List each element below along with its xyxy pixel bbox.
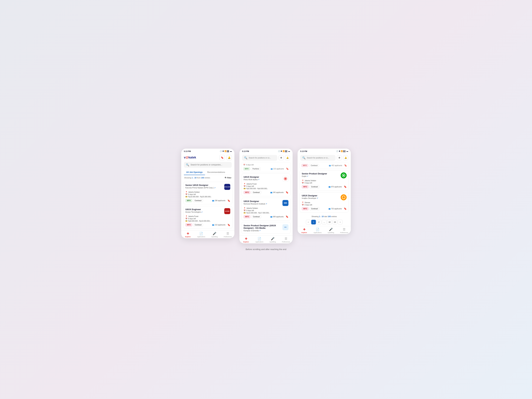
bottom-nav-2: ✚ Explore 📄 Applications 🎤 Upskilling ☰ …: [239, 235, 293, 243]
showing-bottom-s3: Showing 1 - 10 dari 193 entries: [300, 214, 349, 218]
upskilling-icon-3: 🎤: [329, 228, 333, 231]
job-card-s2-2[interactable]: UI/UX Designer Nomura Research Institute…: [241, 198, 291, 221]
nav-preferences-1[interactable]: ☰ Preferences: [221, 232, 234, 238]
tab-all-jobs[interactable]: All Job Openings: [184, 170, 205, 175]
tab-recommendations[interactable]: Recommendations: [205, 170, 228, 175]
job-title-s3-1: Senior Product Designer: [302, 172, 327, 175]
svg-point-2: [285, 178, 286, 179]
showing-text-1: Showing 1 - 10 from 193 entries: [184, 177, 210, 179]
company-logo-1: KPNCORP: [224, 184, 230, 190]
nav-applications-1[interactable]: 📄 Applications: [195, 232, 208, 238]
tag-contract-2: Contract: [193, 223, 203, 226]
search-input-1[interactable]: [190, 164, 230, 166]
applications-label-3: Applications: [314, 232, 322, 234]
phone-screen-1: 5:13 PM 🕐 ✱ 📶 ▌▌ ▬ v@katek 🔖 🔔: [181, 149, 234, 238]
bluetooth-icon: ✱: [222, 150, 224, 152]
alarm-icon-2: 🕐: [278, 150, 280, 152]
job-tags-s2-1: WFO Contract 👥345 applicants 🔖: [244, 191, 288, 194]
bookmark-s3-1[interactable]: 🔖: [344, 185, 347, 188]
prev-page-btn[interactable]: ‹: [306, 220, 310, 224]
job-card-2[interactable]: UI/UX Engineer Avows Tecnologies ✔ AVOWS…: [183, 206, 232, 228]
page-1-btn[interactable]: 1: [311, 220, 316, 224]
search-input-3[interactable]: [307, 157, 334, 159]
job-card-s3-2[interactable]: UI/UX Designer Imajiku Developer ✔: [300, 192, 349, 212]
explore-label-3: Explore: [301, 232, 307, 234]
company-logo-2: AVOWS: [224, 208, 230, 214]
tag-contract-1: Contract: [193, 199, 203, 202]
bookmark-job-1[interactable]: 🔖: [228, 199, 230, 202]
filter-button-1[interactable]: ⚙ Filter: [225, 177, 231, 179]
partial-card-top: 📅6 days left WFH Parttime 👥215 applicant…: [241, 162, 291, 172]
search-bar-3[interactable]: 🔍: [300, 155, 336, 161]
company-logo-s2-1: [282, 176, 288, 182]
phone-screen-3: 5:13 PM 🕐 ✱ 📶 ▌▌ ▬ 🔍 ⚙ 🔔: [298, 149, 351, 234]
next-page-btn[interactable]: ›: [338, 220, 342, 224]
nav-upskilling-1[interactable]: 🎤 Upskilling: [208, 232, 221, 238]
alarm-icon: 🕐: [220, 150, 222, 152]
job-title-1: Senior UI/UX Designer: [185, 184, 216, 186]
filter-btn-3[interactable]: ⚙: [337, 155, 342, 160]
battery-icon-2: ▬: [288, 150, 290, 152]
nav-explore-1[interactable]: ✚ Explore: [181, 232, 195, 238]
notification-btn-1[interactable]: 🔔: [226, 155, 232, 160]
nav-upskilling-3[interactable]: 🎤 Upskilling: [324, 228, 337, 234]
notification-btn-3[interactable]: 🔔: [343, 155, 348, 160]
bottom-nav-3: ✚ Explore 📄 Applications 🎤 Upskilling ☰ …: [298, 226, 351, 234]
company-logo-s2-2: NRI: [282, 200, 288, 206]
bookmark-s3-2[interactable]: 🔖: [344, 207, 347, 210]
page-2-btn[interactable]: 2: [317, 220, 321, 224]
company-s2-1: Reka Multi Aptika ✔: [244, 178, 260, 181]
signal-icon-3: ▌▌: [343, 150, 346, 152]
applications-icon-3: 📄: [316, 228, 319, 231]
applications-label-2: Applications: [255, 241, 264, 243]
time-3: 5:13 PM: [300, 150, 307, 152]
explore-label-2: Explore: [243, 241, 249, 243]
bookmark-job-2[interactable]: 🔖: [228, 224, 230, 226]
battery-icon: ▬: [230, 150, 232, 152]
nav-upskilling-2[interactable]: 🎤 Upskilling: [266, 237, 279, 243]
nav-preferences-3[interactable]: ☰ Preferences: [337, 228, 351, 234]
preferences-icon-1: ☰: [226, 232, 229, 235]
bookmark-btn-1[interactable]: 🔖: [219, 155, 225, 160]
nav-preferences-2[interactable]: ☰ Preferences: [279, 237, 293, 243]
app-logo-1: v@katek: [184, 156, 196, 159]
company-s3-1: Gojek ✔: [302, 175, 327, 177]
bookmark-s3-partial[interactable]: 🔖: [344, 164, 347, 167]
search-icon-2: 🔍: [244, 156, 247, 159]
job-tags-2: WFO Contract 👥210 applicants 🔖: [185, 223, 230, 226]
svg-point-4: [343, 175, 344, 176]
preferences-label-3: Preferences: [340, 232, 348, 234]
company-logo-s3-1: [341, 172, 347, 178]
nav-explore-3[interactable]: ✚ Explore: [298, 228, 311, 234]
battery-icon-3: ▬: [347, 150, 348, 152]
upskilling-label-1: Upskilling: [211, 236, 218, 238]
tabs-1: All Job Openings Recommendations: [184, 170, 232, 175]
page-18-btn[interactable]: 18: [327, 220, 332, 224]
job-title-s2-3: Senior Product Designer (UI/UX Designer)…: [244, 224, 282, 229]
bluetooth-icon-2: ✱: [281, 150, 282, 152]
explore-icon-3: ✚: [303, 228, 306, 231]
page-19-btn[interactable]: 19: [332, 220, 337, 224]
notification-btn-2[interactable]: 🔔: [285, 155, 290, 160]
caption: Before scrolling and after reaching the …: [246, 248, 286, 251]
search-input-2[interactable]: [249, 157, 275, 159]
job-card-s3-1[interactable]: Senior Product Designer Gojek ✔: [300, 170, 349, 190]
filter-btn-2[interactable]: ⚙: [279, 155, 284, 160]
job-card-s2-3[interactable]: Senior Product Designer (UI/UX Designer)…: [241, 222, 291, 234]
status-bar-2: 5:13 PM 🕐 ✱ 📶 ▌▌ ▬: [239, 149, 293, 153]
company-s2-3: Kompas Gramedia ✔: [244, 230, 282, 232]
status-bar-1: 5:13 PM 🕐 ✱ 📶 ▌▌ ▬: [181, 149, 234, 153]
job-card-s2-1[interactable]: UI/UX Designer Reka Multi Aptika ✔: [241, 174, 291, 196]
search-icon-3: 🔍: [302, 156, 306, 159]
nav-explore-2[interactable]: ✚ Explore: [239, 237, 253, 243]
nav-applications-2[interactable]: 📄 Applications: [253, 237, 266, 243]
bookmark-s2-2[interactable]: 🔖: [286, 215, 288, 218]
job-meta-s2-2: 📍Jakarta Selatan 📅8 days left 💳Rp10.000.…: [244, 207, 288, 214]
search-bar-1[interactable]: 🔍: [184, 162, 232, 168]
job-card-1[interactable]: Senior UI/UX Designer Karunia Prima Nast…: [183, 182, 232, 204]
nav-applications-3[interactable]: 📄 Applications: [311, 228, 324, 234]
bookmark-partial[interactable]: 🔖: [286, 167, 289, 170]
search-bar-2[interactable]: 🔍: [242, 155, 277, 161]
status-icons-1: 🕐 ✱ 📶 ▌▌ ▬: [220, 150, 232, 152]
bookmark-s2-1[interactable]: 🔖: [286, 191, 288, 194]
